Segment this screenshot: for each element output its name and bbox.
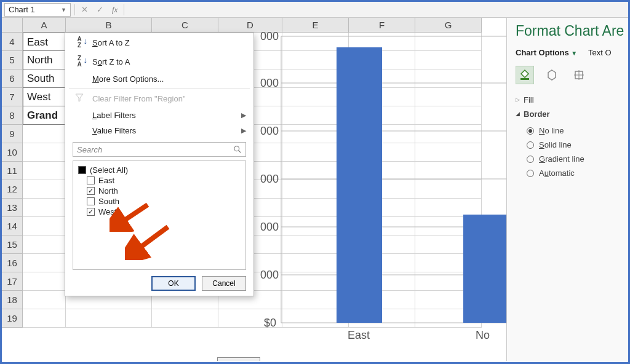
name-box-dropdown-icon[interactable]: ▼ [61, 7, 66, 13]
effects-icon[interactable] [543, 66, 561, 84]
section-border[interactable]: Border [516, 109, 628, 119]
cell-A9[interactable] [23, 125, 66, 143]
row-header-13[interactable]: 13 [2, 199, 23, 217]
row-header-16[interactable]: 16 [2, 254, 23, 272]
tab-chart-options[interactable]: Chart Options ▼ [516, 48, 580, 57]
border-gradient-line[interactable]: Gradient line [516, 152, 628, 166]
name-box[interactable]: Chart 1 ▼ [4, 3, 71, 17]
border-no-line[interactable]: No line [516, 124, 628, 138]
row-header-6[interactable]: 6 [2, 69, 23, 88]
ytick: $0 [264, 317, 276, 329]
cell-A12[interactable] [23, 180, 66, 199]
radio-icon[interactable] [527, 156, 534, 163]
row-header-9[interactable]: 9 [2, 125, 23, 143]
label-filters-label: Label Filters [92, 111, 136, 120]
col-header-a[interactable]: A [23, 18, 66, 33]
row-header-8[interactable]: 8 [2, 106, 23, 125]
cell-B19[interactable] [66, 309, 152, 328]
label-filters[interactable]: Label Filters ▶ [65, 108, 253, 123]
col-header-c[interactable]: C [152, 18, 218, 33]
region-field-button[interactable]: Region ▼ [217, 357, 260, 361]
region-field-label: Region [224, 360, 245, 361]
row-header-12[interactable]: 12 [2, 180, 23, 199]
fill-and-line-icon[interactable] [516, 66, 534, 84]
svg-line-9 [239, 151, 241, 153]
bar-east[interactable] [337, 47, 382, 323]
filter-item-label: East [98, 176, 114, 185]
border-automatic[interactable]: Automatic [516, 166, 628, 180]
radio-icon[interactable] [527, 170, 534, 177]
cell-A6[interactable]: South [23, 69, 66, 88]
col-header-b[interactable]: B [66, 18, 152, 33]
select-all-corner[interactable] [2, 18, 23, 33]
cell-A8[interactable]: Grand [23, 106, 66, 125]
section-fill[interactable]: Fill [516, 95, 628, 105]
bar-north[interactable] [463, 215, 506, 323]
pane-tabs: Chart Options ▼ Text O [516, 48, 628, 57]
row-header-17[interactable]: 17 [2, 272, 23, 291]
border-solid-line[interactable]: Solid line [516, 138, 628, 152]
ok-button[interactable]: OK [151, 276, 196, 291]
cancel-button[interactable]: Cancel [202, 276, 246, 291]
row-header-7[interactable]: 7 [2, 88, 23, 106]
cell-C19[interactable] [152, 309, 218, 328]
cell-A7[interactable]: West [23, 88, 66, 106]
cell-A18[interactable] [23, 291, 66, 309]
pane-title: Format Chart Are [516, 23, 628, 39]
cat-label: East [348, 329, 370, 341]
row-header-18[interactable]: 18 [2, 291, 23, 309]
row-header-15[interactable]: 15 [2, 235, 23, 254]
radio-selected-icon[interactable] [527, 127, 534, 135]
value-filters-label: Value Filters [92, 126, 136, 135]
search-placeholder: Search [77, 145, 102, 154]
filter-search[interactable]: Search [73, 142, 246, 157]
fx-icon[interactable]: fx [110, 5, 120, 15]
svg-point-8 [234, 146, 239, 151]
row-header-11[interactable]: 11 [2, 162, 23, 180]
filter-item-select-all[interactable]: (Select All) [78, 165, 241, 175]
checkbox-indeterminate-icon[interactable] [78, 166, 86, 174]
value-filters[interactable]: Value Filters ▶ [65, 123, 253, 138]
sort-za[interactable]: ZA↓ Sort Z to A [65, 52, 253, 71]
cell-A16[interactable] [23, 254, 66, 272]
checkbox-checked-icon[interactable] [87, 187, 95, 195]
sort-za-label: Sort Z to A [92, 57, 130, 66]
ytick: 000 [260, 77, 279, 89]
chevron-down-icon: ▼ [571, 50, 577, 57]
tab-text-options[interactable]: Text O [588, 48, 612, 57]
cell-A15[interactable] [23, 235, 66, 254]
size-properties-icon[interactable] [570, 66, 588, 84]
row-header-19[interactable]: 19 [2, 309, 23, 328]
worksheet-area[interactable]: A B C D E F G 4East5North6South7West8Gra… [2, 18, 506, 361]
more-sort-options[interactable]: More Sort Options... [65, 71, 253, 87]
annotation-arrow-icon [125, 223, 174, 260]
cell-A11[interactable] [23, 162, 66, 180]
filter-item-south[interactable]: South [78, 196, 241, 207]
sort-az-label: Sort A to Z [92, 38, 130, 47]
filter-item-east[interactable]: East [78, 175, 241, 186]
row-header-5[interactable]: 5 [2, 51, 23, 69]
filter-item-north[interactable]: North [78, 186, 241, 196]
row-header-10[interactable]: 10 [2, 143, 23, 162]
sort-az[interactable]: AZ↓ Sort A to Z [65, 33, 253, 52]
checkbox-checked-icon[interactable] [87, 208, 95, 216]
row-header-14[interactable]: 14 [2, 217, 23, 235]
filter-item-label: North [98, 186, 118, 196]
cell-A10[interactable] [23, 143, 66, 162]
clear-filter-label: Clear Filter From "Region" [92, 94, 186, 103]
menu-separator [69, 88, 250, 89]
ytick: 000 [260, 269, 279, 281]
cell-A14[interactable] [23, 217, 66, 235]
cell-A5[interactable]: North [23, 51, 66, 69]
pivot-chart[interactable]: 000 000 000 000 000 000 $0 East No [260, 30, 506, 350]
cell-A17[interactable] [23, 272, 66, 291]
row-header-4[interactable]: 4 [2, 33, 23, 51]
cell-A13[interactable] [23, 199, 66, 217]
radio-icon[interactable] [527, 141, 534, 149]
checkbox-unchecked-icon[interactable] [87, 176, 95, 184]
filter-item-west[interactable]: West [78, 207, 241, 217]
checkbox-unchecked-icon[interactable] [87, 197, 95, 205]
filter-item-label: (Select All) [90, 165, 128, 175]
cell-A19[interactable] [23, 309, 66, 328]
cell-A4[interactable]: East [23, 33, 66, 51]
